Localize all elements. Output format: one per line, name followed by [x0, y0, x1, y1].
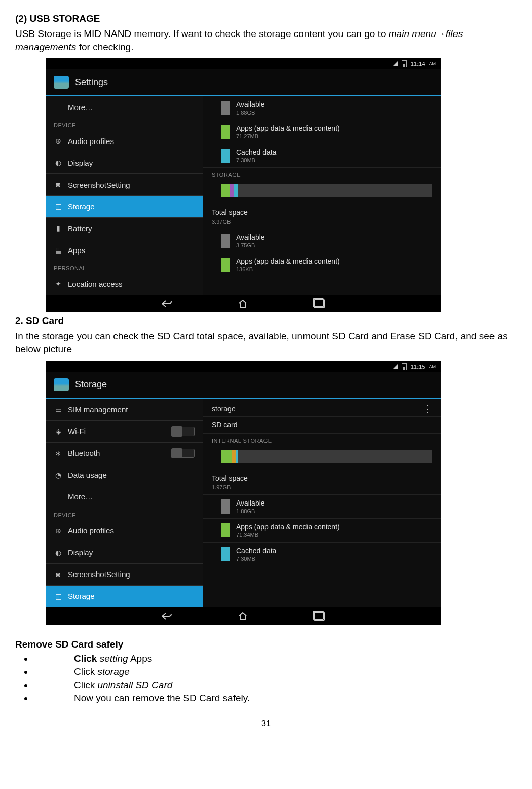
sidebar-item-display[interactable]: ◐ Display: [46, 152, 203, 174]
b2-italic: storage: [97, 666, 129, 677]
sidebar-item-more-2[interactable]: More…: [46, 486, 203, 508]
header-title-2: Storage: [75, 379, 107, 390]
sidebar-item-storage-2[interactable]: ▥ Storage: [46, 586, 203, 607]
sidebar-item-apps[interactable]: ▦ Apps: [46, 239, 203, 261]
right-header: storage ⋮: [203, 399, 441, 416]
apps2-title: Apps (app data & media content): [236, 257, 340, 265]
location-icon: ✦: [54, 279, 63, 289]
audio-icon: ⊕: [54, 136, 63, 146]
storage-label: storage: [212, 405, 236, 413]
storage-header-icon: [54, 378, 69, 391]
nav-home-icon[interactable]: [238, 299, 248, 308]
section-heading-remove-sd: Remove SD Card safely: [15, 639, 517, 650]
wifi-icon-2: [393, 364, 398, 369]
label-audio-2: Audio profiles: [68, 526, 114, 535]
wifi-toggle[interactable]: [171, 427, 195, 436]
cache-value: 7.30MB: [236, 157, 276, 163]
nav-back-icon[interactable]: [162, 299, 172, 308]
storage-detail-panel-2: storage ⋮ SD card INTERNAL STORAGE Total…: [203, 399, 441, 607]
status-ampm-2: AM: [429, 364, 436, 369]
label-display: Display: [68, 159, 93, 167]
storage-sdcard-row[interactable]: SD card: [203, 416, 441, 434]
nav-bar: [46, 295, 441, 312]
cache-title-2: Cached data: [236, 547, 276, 555]
apps-title-2: Apps (app data & media content): [236, 523, 340, 531]
camera-icon-2: ◙: [54, 570, 63, 579]
internal-total-space[interactable]: Total space 1.97GB: [203, 470, 441, 495]
total-title: Total space: [212, 208, 432, 217]
sidebar-item-location[interactable]: ✦ Location access: [46, 273, 203, 295]
label-battery: Battery: [68, 224, 92, 233]
nav-bar-2: [46, 607, 441, 625]
sdcard-title: SD card: [212, 421, 432, 429]
nav-back-icon-2[interactable]: [162, 612, 172, 621]
sidebar-item-screenshot-2[interactable]: ◙ ScreenshotSetting: [46, 564, 203, 586]
sidebar-item-audio[interactable]: ⊕ Audio profiles: [46, 130, 203, 152]
audio-icon-2: ⊕: [54, 526, 63, 535]
internal-item-cache[interactable]: Cached data 7.30MB: [203, 543, 441, 566]
category-device: DEVICE: [46, 118, 203, 130]
category-personal: PERSONAL: [46, 261, 203, 273]
usage-seg-purple: [230, 184, 234, 197]
storage-item-available2[interactable]: Available 3.75GB: [203, 229, 441, 253]
sidebar-item-screenshot[interactable]: ◙ ScreenshotSetting: [46, 174, 203, 196]
overflow-menu-icon[interactable]: ⋮: [423, 404, 432, 413]
category-device-2: DEVICE: [46, 508, 203, 520]
sidebar-item-audio-2[interactable]: ⊕ Audio profiles: [46, 520, 203, 542]
bullet-3: Click uninstall SD Card: [33, 679, 517, 691]
label-wifi: Wi-Fi: [68, 427, 86, 436]
label-screenshot-2: ScreenshotSetting: [68, 570, 130, 579]
available-title: Available: [236, 100, 265, 109]
sidebar-item-sim[interactable]: ▭ SIM management: [46, 399, 203, 421]
storage-item-available[interactable]: Available 1.88GB: [203, 96, 441, 120]
avail-title-2: Available: [236, 499, 265, 507]
total-value: 3.97GB: [212, 219, 432, 225]
b1-bold: Click: [74, 653, 100, 664]
sidebar-item-bluetooth[interactable]: ∗ Bluetooth: [46, 443, 203, 464]
storage-total-space[interactable]: Total space 3.97GB: [203, 204, 441, 229]
swatch-apps: [221, 125, 230, 139]
b1-rest: Apps: [128, 653, 153, 664]
sidebar-item-storage[interactable]: ▥ Storage: [46, 196, 203, 218]
label-storage-2: Storage: [68, 592, 95, 600]
category-storage: STORAGE: [203, 168, 441, 180]
bullet-list: Click setting Apps Click storage Click u…: [15, 653, 517, 704]
label-data: Data usage: [68, 471, 107, 479]
para-sdcard: In the storage you can check the SD Card…: [15, 330, 517, 355]
label-location: Location access: [68, 280, 123, 289]
available-value: 1.88GB: [236, 110, 265, 116]
b4-plain: Now you can remove the SD Card safely.: [74, 693, 250, 703]
usage-seg-orange: [232, 450, 236, 463]
p1-text-d: for checking.: [76, 42, 133, 52]
storage-item-apps[interactable]: Apps (app data & media content) 71.27MB: [203, 120, 441, 144]
storage-usage-bar: [221, 184, 432, 197]
nav-recent-icon-2[interactable]: [314, 612, 325, 621]
internal-item-apps[interactable]: Apps (app data & media content) 71.34MB: [203, 519, 441, 543]
section-heading-sdcard: 2. SD Card: [15, 315, 517, 327]
nav-recent-icon[interactable]: [314, 299, 325, 308]
sidebar-item-display-2[interactable]: ◐ Display: [46, 542, 203, 564]
sidebar-item-wifi[interactable]: ◈ Wi-Fi: [46, 421, 203, 443]
label-audio: Audio profiles: [68, 137, 114, 146]
display-icon: ◐: [54, 158, 63, 167]
header-bar: Settings: [46, 69, 441, 96]
sidebar-item-data[interactable]: ◔ Data usage: [46, 464, 203, 486]
storage-item-cached[interactable]: Cached data 7.30MB: [203, 144, 441, 168]
battery-icon-2: [402, 363, 407, 370]
swatch-available2: [221, 234, 230, 248]
display-icon-2: ◐: [54, 548, 63, 557]
sidebar-item-more[interactable]: More…: [46, 96, 203, 118]
internal-item-available[interactable]: Available 1.88GB: [203, 495, 441, 519]
bt-toggle[interactable]: [171, 449, 195, 458]
b3-italic: uninstall SD Card: [97, 679, 172, 690]
nav-home-icon-2[interactable]: [238, 612, 248, 621]
blank-icon-2: [54, 492, 63, 501]
cache-title: Cached data: [236, 148, 276, 156]
b3-plain: Click: [74, 679, 97, 690]
page-number: 31: [15, 719, 517, 728]
sidebar-item-battery[interactable]: ▮ Battery: [46, 218, 203, 239]
settings-left-panel: More… DEVICE ⊕ Audio profiles ◐ Display …: [46, 96, 203, 295]
storage-item-apps2[interactable]: Apps (app data & media content) 136KB: [203, 253, 441, 276]
apps-value-2: 71.34MB: [236, 532, 340, 538]
p1-text-a: USB Storage is MID NAND memory. If want …: [15, 28, 389, 39]
